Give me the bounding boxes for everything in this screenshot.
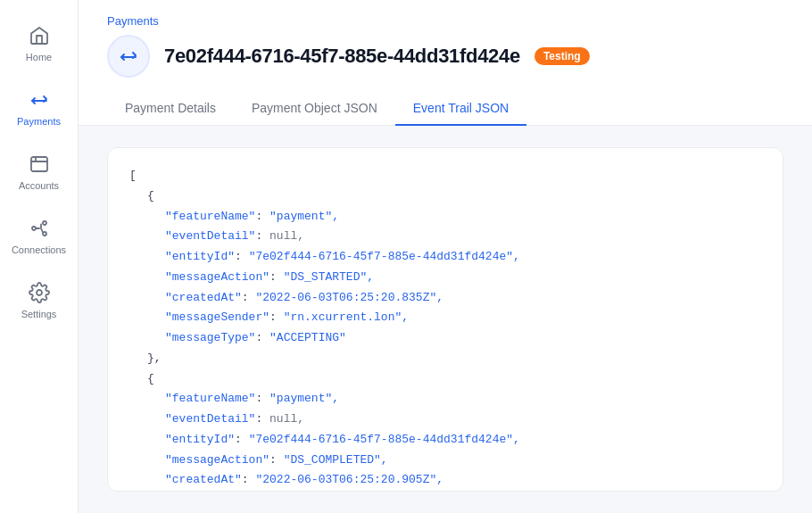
sidebar-item-settings[interactable]: Settings [7, 271, 71, 328]
sidebar-accounts-label: Accounts [19, 180, 59, 191]
json-line: "messageAction": "DS_STARTED", [129, 268, 761, 288]
sidebar-payments-label: Payments [17, 116, 61, 127]
tabs: Payment Details Payment Object JSON Even… [107, 92, 783, 125]
testing-badge: Testing [534, 47, 590, 65]
page-title: 7e02f444-6716-45f7-885e-44dd31fd424e [164, 45, 520, 68]
tab-event-trail-json[interactable]: Event Trail JSON [395, 92, 526, 126]
json-line: }, [129, 349, 761, 369]
payment-icon-circle [107, 35, 150, 78]
json-line: "featureName": "payment", [129, 389, 761, 410]
tab-payment-details[interactable]: Payment Details [107, 92, 234, 126]
breadcrumb[interactable]: Payments [107, 14, 783, 28]
svg-point-4 [37, 290, 42, 295]
json-line: "entityId": "7e02f444-6716-45f7-885e-44d… [129, 247, 761, 268]
json-line: [ [129, 166, 761, 186]
sidebar-item-home[interactable]: Home [7, 14, 71, 71]
json-line: { [129, 369, 761, 390]
accounts-icon [27, 152, 52, 177]
json-line: "createdAt": "2022-06-03T06:25:20.905Z", [129, 470, 761, 491]
json-viewer[interactable]: [{"featureName": "payment","eventDetail"… [107, 147, 783, 492]
json-line: "eventDetail": null, [129, 227, 761, 247]
json-line: "messageType": "ACCEPTING" [129, 328, 761, 349]
json-line: "createdAt": "2022-06-03T06:25:20.835Z", [129, 288, 761, 309]
home-icon [27, 23, 52, 48]
svg-rect-0 [31, 157, 47, 171]
sidebar: Home Payments Accounts [0, 0, 79, 513]
json-line: "messageSender": "rn.xcurrent.lon", [129, 491, 761, 492]
settings-icon [27, 280, 52, 305]
json-line: { [129, 186, 761, 207]
json-line: "featureName": "payment", [129, 207, 761, 228]
json-line: "eventDetail": null, [129, 410, 761, 430]
sidebar-item-connections[interactable]: Connections [7, 207, 71, 264]
connections-icon [27, 216, 52, 241]
sidebar-item-payments[interactable]: Payments [7, 79, 71, 136]
title-row: 7e02f444-6716-45f7-885e-44dd31fd424e Tes… [107, 35, 783, 78]
json-line: "entityId": "7e02f444-6716-45f7-885e-44d… [129, 430, 761, 451]
svg-point-2 [43, 221, 46, 225]
sidebar-settings-label: Settings [21, 309, 57, 319]
header: Payments 7e02f444-6716-45f7-885e-44dd31f… [79, 0, 812, 126]
payments-icon [27, 87, 52, 112]
json-line: "messageSender": "rn.xcurrent.lon", [129, 308, 761, 328]
main-content: Payments 7e02f444-6716-45f7-885e-44dd31f… [79, 0, 812, 513]
content-area: [{"featureName": "payment","eventDetail"… [79, 126, 812, 513]
sidebar-item-accounts[interactable]: Accounts [7, 143, 71, 200]
json-line: "messageAction": "DS_COMPLETED", [129, 451, 761, 471]
tab-payment-object-json[interactable]: Payment Object JSON [234, 92, 395, 126]
sidebar-connections-label: Connections [12, 244, 66, 255]
sidebar-home-label: Home [26, 52, 52, 62]
